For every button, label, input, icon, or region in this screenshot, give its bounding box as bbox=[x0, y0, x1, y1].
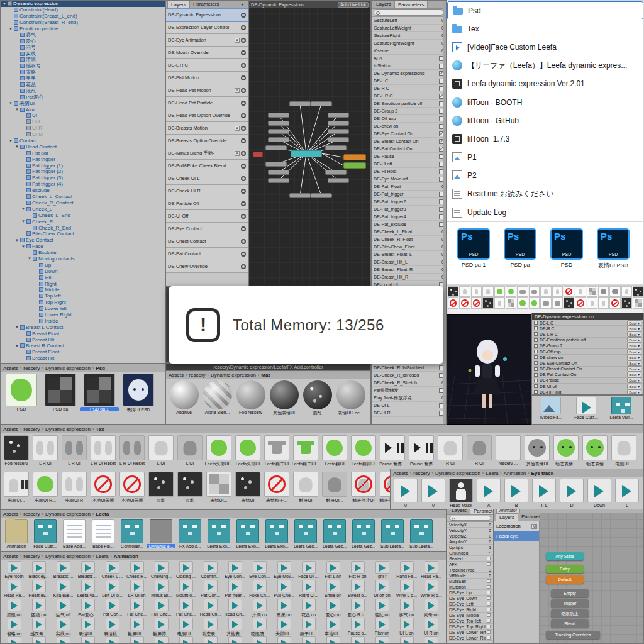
parameter-row[interactable]: DE-Off exp bbox=[372, 115, 446, 123]
asset-item[interactable]: Leefa躯干UI... bbox=[291, 435, 320, 467]
asset-item[interactable]: Pause 暂停... bbox=[378, 435, 407, 467]
layer-settings-gear-icon[interactable] bbox=[241, 214, 246, 219]
asset-item[interactable]: 其他表情UI bbox=[267, 380, 301, 416]
state-node[interactable] bbox=[289, 101, 311, 106]
breadcrumb-item[interactable]: Leefa bbox=[486, 470, 498, 476]
parameter-row[interactable]: DE-Bite-Chew_Float0 bbox=[372, 243, 446, 251]
shirt-thumbnail[interactable] bbox=[529, 286, 540, 297]
state-node[interactable] bbox=[328, 129, 349, 134]
param-type-dropdown[interactable]: Bool ▾ bbox=[627, 331, 641, 337]
asset-item[interactable]: Fog rescery bbox=[234, 380, 267, 414]
hierarchy-item[interactable]: Lower Right bbox=[1, 312, 165, 318]
asset-item[interactable]: 其他表情UI bbox=[523, 435, 552, 467]
param-type-dropdown[interactable]: Bool ▾ bbox=[627, 366, 641, 372]
layer-settings-gear-icon[interactable] bbox=[241, 13, 246, 18]
anim-layers-add-button[interactable]: + bbox=[238, 2, 247, 8]
animation-clip-item[interactable]: 眨眼防... bbox=[247, 618, 272, 637]
orange-state-node[interactable] bbox=[343, 154, 366, 160]
asset-item[interactable]: 本地UI关闭 bbox=[118, 472, 147, 504]
state-node[interactable] bbox=[268, 178, 289, 183]
hierarchy-item[interactable]: UI L bbox=[1, 119, 165, 125]
file-row[interactable]: Update Log bbox=[447, 203, 643, 221]
hand-thumbnail[interactable] bbox=[459, 286, 470, 297]
hierarchy-item[interactable]: Up bbox=[1, 262, 165, 268]
animation-clip-item[interactable]: Eye room bbox=[2, 561, 26, 579]
layer-settings-gear-icon[interactable] bbox=[241, 25, 246, 30]
parameter-checkbox[interactable] bbox=[487, 602, 491, 606]
blob-thumbnail[interactable] bbox=[517, 297, 528, 308]
breadcrumb-item[interactable]: Leefa bbox=[96, 511, 109, 517]
animation-clip-item[interactable]: Eye Con... bbox=[247, 561, 272, 579]
checklist-checkbox[interactable] bbox=[534, 350, 538, 353]
file-row[interactable]: lilToon_1.7.3 bbox=[447, 130, 643, 148]
facial-layer-row[interactable]: Facial eye bbox=[494, 531, 539, 541]
hierarchy-item[interactable]: Constraint(Breast_L_end) bbox=[1, 13, 165, 19]
checklist-row[interactable]: DE-Pat Contact OnBool ▾ bbox=[532, 372, 643, 378]
asset-item[interactable]: 电眼UI... bbox=[2, 472, 31, 504]
asset-item[interactable]: 触屏停止UI bbox=[349, 472, 378, 504]
parameter-row[interactable]: DE-Pat Contact On bbox=[372, 145, 446, 153]
checklist-row[interactable]: DE-Off expBool ▾ bbox=[532, 349, 643, 355]
animation-clip-item[interactable]: 黑眼 on bbox=[2, 599, 26, 618]
parameter-row[interactable]: DE-Cheek_R_Float0 bbox=[372, 236, 446, 243]
parameter-row[interactable]: GestureRight0 bbox=[372, 32, 446, 40]
checklist-row[interactable]: DE-Group 2Bool ▾ bbox=[532, 343, 643, 349]
hand-thumbnail[interactable] bbox=[587, 297, 597, 308]
runtime-parameter-row[interactable]: DE-Eye_Right bbox=[447, 607, 493, 613]
hand-thumbnail[interactable] bbox=[471, 286, 482, 297]
layer-settings-gear-icon[interactable] bbox=[241, 88, 246, 93]
animation-clip-item[interactable]: Read Ch... bbox=[198, 599, 223, 616]
parameter-row[interactable]: DE-Pat_Float0 bbox=[372, 183, 446, 191]
parameter-checkbox[interactable] bbox=[487, 557, 491, 560]
facial-state-green[interactable]: Entry bbox=[546, 565, 584, 573]
animation-clip-item[interactable]: 星星 on bbox=[272, 599, 296, 618]
asset-item[interactable]: Leefa Ges... bbox=[291, 519, 320, 548]
hierarchy-item[interactable]: UI R bbox=[1, 125, 165, 131]
parameter-row[interactable]: DE-L R C bbox=[372, 92, 446, 100]
animation-clip-item[interactable] bbox=[26, 636, 51, 644]
checklist-checkbox[interactable] bbox=[534, 344, 538, 348]
layer-settings-gear-icon[interactable] bbox=[241, 75, 246, 80]
parameter-checkbox[interactable] bbox=[487, 636, 491, 640]
animation-clip-item[interactable]: UI off on bbox=[370, 580, 394, 597]
facial-state-gray[interactable]: Empty bbox=[551, 589, 589, 597]
asset-item[interactable]: Face Cust... bbox=[31, 519, 60, 548]
animation-clip-item[interactable]: 触屏UI ... bbox=[125, 618, 149, 637]
animation-clip-item[interactable] bbox=[370, 636, 394, 644]
anim-layers-tab-layers[interactable]: Layers bbox=[167, 1, 190, 8]
asset-item[interactable]: PSD pa 1 bbox=[80, 374, 119, 411]
state-node[interactable] bbox=[268, 113, 289, 118]
hierarchy-item[interactable]: ▼Face bbox=[1, 243, 165, 250]
animation-clip-item[interactable]: Cheek L ... bbox=[100, 561, 125, 579]
asset-item[interactable]: Face Cust... bbox=[569, 397, 604, 419]
asset-item[interactable]: 电眼UI R bbox=[60, 472, 89, 504]
parameter-checkbox[interactable] bbox=[487, 608, 491, 611]
param-type-dropdown[interactable]: Bool ▾ bbox=[627, 360, 641, 366]
asset-item[interactable]: 动态表情 bbox=[580, 435, 609, 467]
ban-thumbnail[interactable] bbox=[459, 297, 470, 308]
asset-item[interactable]: Fog rescery bbox=[2, 435, 31, 465]
checklist-row[interactable]: DE-PauseBool ▾ bbox=[532, 378, 643, 384]
parameter-checkbox[interactable] bbox=[487, 585, 491, 589]
state-node[interactable] bbox=[265, 162, 287, 167]
runtime-parameter-row[interactable]: VelocityX0 bbox=[447, 522, 493, 528]
animation-clip-item[interactable]: 汗滴 on bbox=[247, 599, 272, 618]
checklist-row[interactable]: DE-UI offBool ▾ bbox=[532, 384, 643, 389]
animation-clip-item[interactable]: Pat hear... bbox=[223, 580, 247, 597]
hierarchy-item[interactable]: Down bbox=[1, 268, 165, 274]
parameters-tab-parameters[interactable]: Parameters bbox=[394, 1, 428, 8]
breadcrumb-item[interactable]: Animation bbox=[504, 470, 526, 476]
state-node[interactable] bbox=[328, 178, 349, 183]
parameter-row[interactable]: DE-chew on bbox=[372, 123, 446, 130]
asset-item[interactable]: Leefa头部UI bbox=[233, 435, 262, 467]
parameter-row[interactable]: DE-Eye Move off bbox=[372, 175, 446, 183]
file-row[interactable]: Psd bbox=[447, 1, 643, 19]
blob-thumbnail[interactable] bbox=[506, 286, 516, 297]
foldout-arrow[interactable]: ▼ bbox=[9, 139, 14, 143]
breadcrumb-item[interactable]: rescery bbox=[413, 470, 430, 476]
animation-clip-item[interactable] bbox=[51, 636, 75, 644]
dots-thumbnail[interactable] bbox=[482, 297, 493, 308]
param-type-dropdown[interactable]: Bool ▾ bbox=[627, 349, 641, 355]
foldout-arrow[interactable]: ▼ bbox=[3, 2, 8, 6]
animation-clip-item[interactable] bbox=[296, 636, 321, 644]
